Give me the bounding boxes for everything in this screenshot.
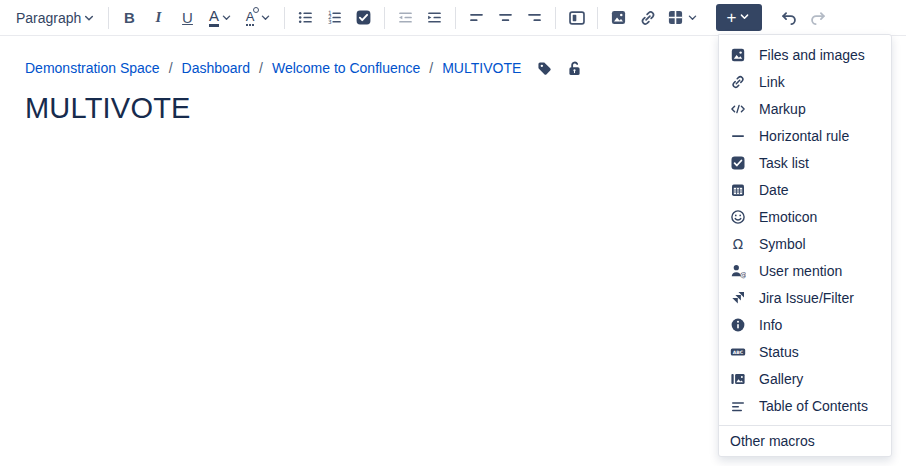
toolbar-divider: [384, 7, 385, 29]
align-right-icon: [526, 9, 543, 26]
menu-item-user-mention[interactable]: @ User mention: [719, 257, 891, 284]
align-left-icon: [468, 9, 485, 26]
toolbar-divider: [455, 7, 456, 29]
markup-icon: [730, 101, 746, 117]
align-center-button[interactable]: [491, 4, 520, 32]
horizontal-rule-icon: [730, 128, 746, 144]
menu-item-gallery[interactable]: Gallery: [719, 365, 891, 392]
breadcrumb-link[interactable]: Dashboard: [182, 60, 251, 76]
menu-item-markup[interactable]: Markup: [719, 95, 891, 122]
text-color-dropdown[interactable]: A: [202, 4, 240, 32]
chevron-down-icon: [686, 11, 699, 24]
menu-item-label: Horizontal rule: [759, 128, 849, 144]
bullet-list-button[interactable]: [291, 4, 320, 32]
breadcrumb-separator: /: [429, 60, 433, 76]
menu-item-label: Link: [759, 74, 785, 90]
menu-item-label: Task list: [759, 155, 809, 171]
menu-item-date[interactable]: Date: [719, 176, 891, 203]
undo-button[interactable]: [774, 4, 803, 32]
breadcrumb-link[interactable]: MULTIVOTE: [442, 60, 521, 76]
menu-item-horizontal-rule[interactable]: Horizontal rule: [719, 122, 891, 149]
menu-item-label: Table of Contents: [759, 398, 868, 414]
redo-icon: [809, 9, 827, 27]
link-icon: [730, 74, 746, 90]
insert-table-dropdown[interactable]: [662, 4, 704, 32]
text-style-label: A: [246, 10, 255, 26]
breadcrumb-item-welcome-to-confluence: Welcome to Confluence /: [272, 60, 433, 76]
date-icon: [730, 182, 746, 198]
indent-icon: [426, 9, 443, 26]
toolbar-divider: [597, 7, 598, 29]
menu-item-emoticon[interactable]: Emoticon: [719, 203, 891, 230]
italic-button[interactable]: I: [144, 4, 173, 32]
emoticon-icon: [730, 209, 746, 225]
layout-button[interactable]: [562, 4, 591, 32]
menu-item-label: Markup: [759, 101, 806, 117]
menu-item-task-list[interactable]: Task list: [719, 149, 891, 176]
menu-item-info[interactable]: Info: [719, 311, 891, 338]
menu-item-table-of-contents[interactable]: Table of Contents: [719, 392, 891, 419]
breadcrumb-link[interactable]: Welcome to Confluence: [272, 60, 420, 76]
chevron-down-icon: [738, 8, 751, 28]
insert-link-button[interactable]: [633, 4, 662, 32]
svg-text:Ω: Ω: [733, 236, 743, 252]
user-mention-icon: @: [730, 263, 746, 279]
text-style-dropdown[interactable]: A: [240, 4, 278, 32]
menu-item-label: Emoticon: [759, 209, 817, 225]
align-center-icon: [497, 9, 514, 26]
undo-icon: [780, 9, 798, 27]
menu-item-other-macros[interactable]: Other macros: [719, 425, 891, 456]
breadcrumb-separator: /: [259, 60, 263, 76]
files-and-images-icon: [730, 47, 746, 63]
labels-button[interactable]: [536, 60, 553, 80]
breadcrumb-item-multivote: MULTIVOTE /: [442, 60, 521, 76]
insert-menu-items: Files and images Link Markup Horizontal …: [719, 41, 891, 419]
unlock-icon: [566, 60, 583, 80]
insert-more-dropdown[interactable]: +: [716, 4, 762, 31]
svg-text:@: @: [740, 271, 746, 279]
menu-item-label: User mention: [759, 263, 842, 279]
indent-button[interactable]: [420, 4, 449, 32]
menu-item-link[interactable]: Link: [719, 68, 891, 95]
gallery-icon: [730, 371, 746, 387]
breadcrumb-item-demonstration-space: Demonstration Space /: [25, 60, 173, 76]
page-layout-icon: [568, 9, 586, 27]
paragraph-style-dropdown[interactable]: Paragraph: [8, 4, 102, 32]
numbered-list-button[interactable]: 123: [320, 4, 349, 32]
align-right-button[interactable]: [520, 4, 549, 32]
svg-text:ABC: ABC: [733, 350, 744, 355]
image-icon: [610, 9, 627, 26]
align-left-button[interactable]: [462, 4, 491, 32]
bold-button[interactable]: B: [115, 4, 144, 32]
menu-item-files-and-images[interactable]: Files and images: [719, 41, 891, 68]
link-icon: [639, 9, 657, 27]
table-icon: [667, 9, 684, 26]
tag-icon: [536, 60, 553, 80]
menu-item-label: Status: [759, 344, 799, 360]
bullet-list-icon: [297, 9, 314, 26]
menu-item-label: Info: [759, 317, 782, 333]
toolbar-divider: [555, 7, 556, 29]
paragraph-style-label: Paragraph: [16, 10, 81, 26]
chevron-down-icon: [220, 11, 233, 24]
menu-item-label: Files and images: [759, 47, 865, 63]
breadcrumb-item-dashboard: Dashboard /: [182, 60, 263, 76]
underline-button[interactable]: U: [173, 4, 202, 32]
menu-item-symbol[interactable]: Ω Symbol: [719, 230, 891, 257]
redo-button: [803, 4, 832, 32]
editor-toolbar: Paragraph B I U A A 123: [0, 0, 906, 36]
chevron-down-icon: [259, 11, 272, 24]
task-item-button[interactable]: [349, 4, 378, 32]
menu-item-label: Date: [759, 182, 789, 198]
task-checkbox-icon: [355, 9, 372, 26]
breadcrumb-link[interactable]: Demonstration Space: [25, 60, 160, 76]
menu-item-label: Symbol: [759, 236, 806, 252]
toolbar-divider: [284, 7, 285, 29]
numbered-list-icon: 123: [326, 9, 343, 26]
insert-menu: Files and images Link Markup Horizontal …: [718, 34, 892, 457]
insert-image-button[interactable]: [604, 4, 633, 32]
menu-item-jira-issue-filter[interactable]: Jira Issue/Filter: [719, 284, 891, 311]
restrictions-button[interactable]: [566, 60, 583, 80]
menu-item-status[interactable]: ABC Status: [719, 338, 891, 365]
menu-item-label: Gallery: [759, 371, 803, 387]
